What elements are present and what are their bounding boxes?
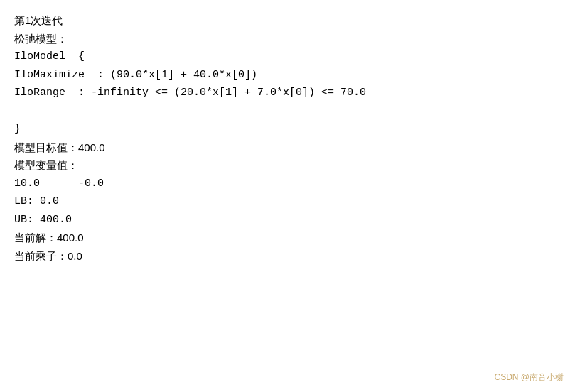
watermark: CSDN @南音小榭 [494,371,564,383]
line-4: IloRange : -infinity <= (20.0*x[1] + 7.0… [14,84,561,102]
line-7: 模型目标值：400.0 [14,138,561,157]
line-1: 松弛模型： [14,30,561,48]
line-8: 模型变量值： [14,156,561,175]
line-0: 第1次迭代 [14,11,561,30]
line-10: LB: 0.0 [14,192,561,211]
empty-line-5 [14,102,561,121]
line-12: 当前解：400.0 [14,229,561,247]
line-13: 当前乘子：0.0 [14,247,561,266]
line-11: UB: 400.0 [14,211,561,229]
line-2: IloModel { [14,48,561,66]
line-3: IloMaximize : (90.0*x[1] + 40.0*x[0]) [14,66,561,85]
content-area: 第1次迭代松弛模型：IloModel {IloMaximize : (90.0*… [14,11,561,265]
main-container: 第1次迭代松弛模型：IloModel {IloMaximize : (90.0*… [0,0,575,392]
line-6: } [14,120,561,138]
line-9: 10.0 -0.0 [14,175,561,193]
